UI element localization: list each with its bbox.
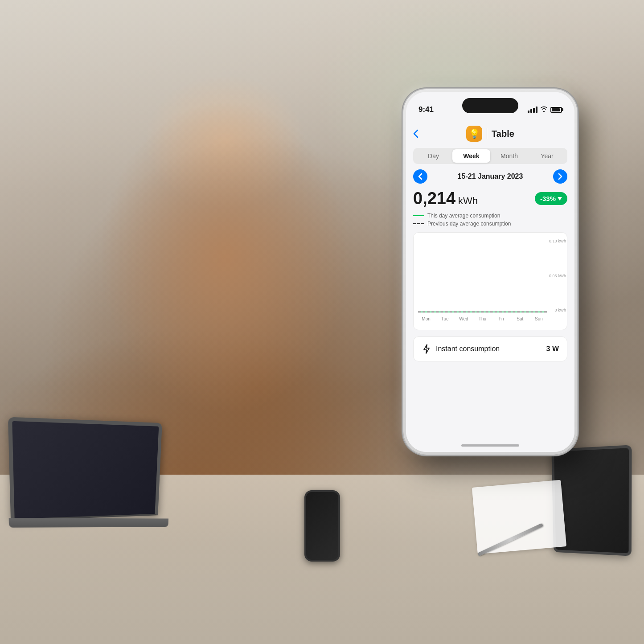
avg-previous-line (418, 312, 547, 312)
phone-mockup: 9:41 (403, 89, 577, 455)
chart-container: Mon Tue Wed (413, 232, 567, 330)
bar-tue-label: Tue (441, 316, 449, 321)
status-icons (528, 106, 562, 113)
y-label-bottom: 0 kWh (554, 308, 566, 312)
app-title: Table (492, 129, 514, 139)
instant-value: 3 W (546, 345, 559, 353)
prev-period-button[interactable] (413, 169, 427, 184)
legend-solid-line (413, 215, 424, 216)
instant-consumption-row: Instant consumption 3 W (413, 336, 567, 361)
tab-week[interactable]: Week (452, 149, 490, 163)
period-tabs: Day Week Month Year (413, 148, 567, 164)
legend-previous-label: Previous day average consumption (427, 221, 511, 227)
instant-left: Instant consumption (422, 344, 500, 354)
battery-icon (550, 107, 562, 113)
bolt-icon (422, 344, 431, 354)
paper (472, 480, 566, 554)
consumption-number: 0,214 (413, 189, 455, 208)
y-axis: 0,10 kWh 0,05 kWh 0 kWh (548, 239, 566, 312)
date-range: 15-21 January 2023 (458, 172, 523, 180)
phone-inner: 9:41 (406, 92, 574, 452)
laptop-base (9, 518, 168, 527)
change-percent: -33% (540, 195, 556, 202)
instant-label: Instant consumption (436, 345, 500, 353)
tab-year[interactable]: Year (528, 149, 566, 163)
tab-day[interactable]: Day (414, 149, 452, 163)
app-icon: 💡 (466, 126, 482, 142)
home-indicator (461, 444, 519, 447)
bar-wed-label: Wed (459, 316, 468, 321)
wifi-icon (540, 106, 548, 113)
bar-sun-label: Sun (535, 316, 543, 321)
next-period-button[interactable] (553, 169, 567, 184)
legend-current: This day average consumption (413, 213, 567, 219)
chart-area: Mon Tue Wed (418, 239, 562, 312)
tab-month[interactable]: Month (490, 149, 528, 163)
status-time: 9:41 (418, 105, 434, 114)
consumption-value: 0,214 kWh (413, 189, 478, 208)
y-label-top: 0,10 kWh (549, 239, 566, 243)
y-label-mid: 0,05 kWh (549, 274, 566, 278)
change-arrow-icon (558, 197, 562, 201)
phone-screen: 9:41 (406, 92, 574, 452)
legend: This day average consumption Previous da… (413, 213, 567, 227)
app-content: 💡 Table Day Week Month Year (406, 120, 574, 452)
signal-icon (528, 107, 537, 113)
consumption-unit: kWh (458, 195, 478, 207)
legend-dashed-line (413, 223, 424, 224)
date-navigator: 15-21 January 2023 (413, 169, 567, 184)
bar-sat-label: Sat (517, 316, 523, 321)
change-badge: -33% (535, 192, 567, 205)
back-button[interactable] (413, 129, 418, 138)
app-header: 💡 Table (413, 120, 567, 146)
laptop (13, 421, 174, 546)
bar-mon-label: Mon (422, 316, 430, 321)
header-divider (487, 128, 487, 139)
laptop-screen (8, 417, 162, 521)
legend-previous: Previous day average consumption (413, 221, 567, 227)
dynamic-island (462, 98, 518, 113)
bar-fri-label: Fri (499, 316, 504, 321)
header-title-group: 💡 Table (466, 126, 514, 142)
legend-current-label: This day average consumption (427, 213, 500, 219)
bar-thu-label: Thu (479, 316, 486, 321)
desk-phone (304, 490, 340, 562)
consumption-row: 0,214 kWh -33% (413, 189, 567, 208)
